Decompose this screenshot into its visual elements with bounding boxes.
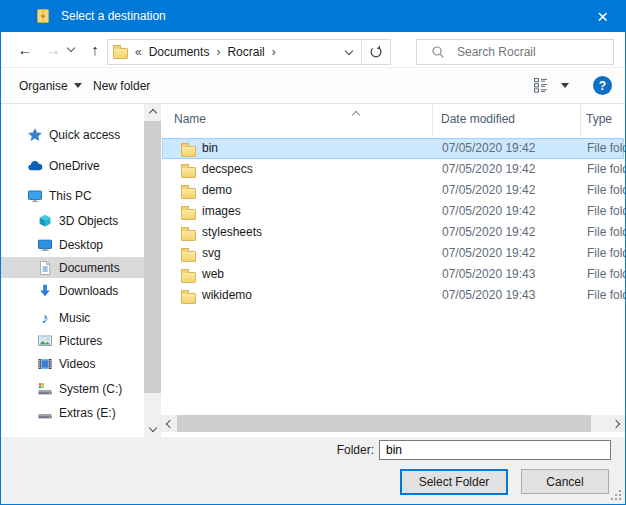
file-type: File folder: [587, 223, 626, 242]
folder-icon: [181, 251, 196, 262]
sidebar-item-label: Extras (E:): [59, 406, 116, 420]
address-dropdown-button[interactable]: [337, 40, 361, 64]
download-arrow-icon: [37, 283, 53, 299]
breadcrumb-item-documents[interactable]: Documents: [149, 45, 210, 59]
forward-icon: →: [46, 42, 61, 57]
sidebar-item-label: Videos: [59, 357, 95, 371]
up-icon: ↑: [91, 42, 99, 57]
picture-icon: [37, 333, 53, 349]
sidebar-item-3d-objects[interactable]: 3D Objects: [1, 210, 145, 231]
horizontal-scrollbar[interactable]: [161, 415, 625, 432]
table-row[interactable]: bin07/05/2020 19:42File folder: [162, 138, 624, 159]
scrollbar-thumb[interactable]: [144, 121, 161, 393]
sidebar-item-label: OneDrive: [49, 159, 100, 173]
folder-icon: [181, 230, 196, 241]
file-date-modified: 07/05/2020 19:42: [442, 202, 535, 221]
file-name: demo: [202, 181, 232, 200]
folder-icon: [181, 167, 196, 178]
sidebar-item-music[interactable]: ♪Music: [1, 307, 145, 328]
sidebar-item-desktop[interactable]: Desktop: [1, 234, 145, 255]
file-type: File folder: [587, 181, 626, 200]
sidebar-item-label: Pictures: [59, 334, 102, 348]
search-icon: [431, 45, 445, 59]
resize-grip[interactable]: [611, 490, 622, 501]
navigation-bar: ← → ↑ « Documents › Rocrail ›: [1, 32, 625, 68]
folder-icon: [181, 146, 196, 157]
scroll-down-button[interactable]: [144, 422, 161, 437]
folder-icon: [181, 293, 196, 304]
file-date-modified: 07/05/2020 19:42: [442, 223, 535, 242]
file-name: wikidemo: [202, 286, 252, 305]
breadcrumb-folder-icon: [113, 48, 128, 59]
music-note-icon: ♪: [37, 310, 53, 326]
column-header-type[interactable]: Type: [581, 104, 625, 136]
monitor-icon: [37, 237, 53, 253]
film-icon: [37, 356, 53, 372]
address-bar[interactable]: « Documents › Rocrail ›: [107, 39, 391, 65]
sidebar-item-this-pc[interactable]: This PC: [1, 185, 145, 206]
help-button[interactable]: ?: [593, 76, 612, 95]
chevron-down-icon: [148, 424, 156, 432]
new-folder-button[interactable]: New folder: [93, 68, 150, 103]
sidebar-item-label: Quick access: [49, 128, 120, 142]
page-title: Select a destination: [61, 1, 166, 32]
scroll-up-button[interactable]: [144, 104, 161, 119]
up-button[interactable]: ↑: [82, 36, 108, 62]
table-row[interactable]: stylesheets07/05/2020 19:42File folder: [162, 222, 624, 243]
file-date-modified: 07/05/2020 19:42: [442, 139, 535, 158]
main-area: Quick accessOneDriveThis PC3D ObjectsDes…: [1, 104, 625, 437]
computer-icon: [27, 188, 43, 204]
sidebar-item-label: System (C:): [59, 382, 122, 396]
sidebar-item-onedrive[interactable]: OneDrive: [1, 155, 145, 176]
folder-input[interactable]: [379, 440, 611, 460]
chevron-right-icon: [612, 419, 620, 427]
sidebar-item-documents[interactable]: Documents: [1, 257, 145, 278]
folder-label: Folder:: [301, 440, 374, 460]
scroll-right-button[interactable]: [610, 415, 625, 432]
file-type: File folder: [587, 244, 626, 263]
organise-button[interactable]: Organise: [19, 68, 82, 103]
column-header-name[interactable]: Name: [161, 104, 433, 136]
scrollbar-thumb[interactable]: [177, 415, 591, 432]
recent-locations-button[interactable]: [62, 36, 80, 62]
search-box[interactable]: [416, 39, 614, 65]
drive-icon: [37, 405, 53, 421]
view-options-button[interactable]: [534, 68, 554, 103]
scroll-left-button[interactable]: [161, 415, 176, 432]
cancel-button[interactable]: Cancel: [521, 469, 609, 494]
sidebar-item-extras-e[interactable]: Extras (E:): [1, 402, 145, 423]
back-button[interactable]: ←: [12, 36, 38, 62]
file-type: File folder: [587, 139, 626, 158]
toolbar: Organise New folder ?: [1, 68, 625, 104]
sidebar-scrollbar[interactable]: [144, 104, 161, 437]
file-type: File folder: [587, 202, 626, 221]
folder-icon: [181, 272, 196, 283]
sidebar-item-quick-access[interactable]: Quick access: [1, 124, 145, 145]
breadcrumb-item-rocrail[interactable]: Rocrail: [227, 45, 264, 59]
search-input[interactable]: [455, 44, 613, 60]
file-date-modified: 07/05/2020 19:43: [442, 265, 535, 284]
table-row[interactable]: web07/05/2020 19:43File folder: [162, 264, 624, 285]
sidebar-item-downloads[interactable]: Downloads: [1, 280, 145, 301]
table-row[interactable]: svg07/05/2020 19:42File folder: [162, 243, 624, 264]
select-folder-button[interactable]: Select Folder: [400, 469, 508, 495]
view-dropdown-button[interactable]: [561, 68, 569, 103]
column-header-date-modified[interactable]: Date modified: [433, 104, 581, 136]
sidebar-item-videos[interactable]: Videos: [1, 353, 145, 374]
table-row[interactable]: decspecs07/05/2020 19:42File folder: [162, 159, 624, 180]
app-icon: [35, 8, 51, 24]
table-row[interactable]: demo07/05/2020 19:42File folder: [162, 180, 624, 201]
sort-ascending-icon: [353, 107, 359, 121]
help-label: ?: [599, 79, 606, 93]
close-button[interactable]: ×: [580, 1, 625, 32]
table-row[interactable]: wikidemo07/05/2020 19:43File folder: [162, 285, 624, 306]
breadcrumb-separator: ›: [216, 45, 220, 59]
select-destination-dialog: Select a destination × ← → ↑ « Documents…: [0, 0, 626, 505]
file-type: File folder: [587, 265, 626, 284]
sidebar-item-system-c[interactable]: System (C:): [1, 378, 145, 399]
table-row[interactable]: images07/05/2020 19:42File folder: [162, 201, 624, 222]
chevron-down-icon: [345, 46, 353, 54]
sidebar-item-pictures[interactable]: Pictures: [1, 330, 145, 351]
refresh-button[interactable]: [362, 40, 390, 64]
drive-windows-icon: [37, 381, 53, 397]
